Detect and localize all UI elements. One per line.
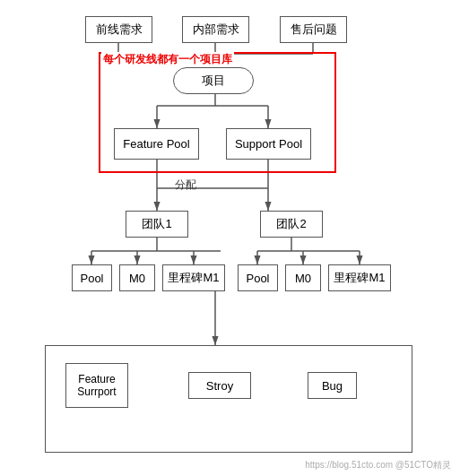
watermark: https://blog.51cto.com @51CTO精灵	[305, 459, 451, 472]
box-team2-milestone: 里程碑M1	[328, 264, 391, 291]
box-team1-milestone: 里程碑M1	[162, 264, 225, 291]
box-team1-pool: Pool	[72, 264, 112, 291]
box-stroy: Stroy	[188, 372, 251, 399]
box-front-demand: 前线需求	[85, 16, 152, 43]
box-team1-m0: M0	[119, 264, 155, 291]
box-feature-support: Feature Surrport	[65, 363, 128, 408]
box-feature-pool: Feature Pool	[114, 128, 199, 160]
box-team2: 团队2	[260, 211, 323, 238]
box-internal-demand: 内部需求	[182, 16, 249, 43]
box-team2-pool: Pool	[238, 264, 278, 291]
box-team2-m0: M0	[285, 264, 321, 291]
box-aftersale: 售后问题	[280, 16, 347, 43]
diagram: 前线需求 内部需求 售后问题 每个研发线都有一个项目库 项目 Feature P…	[0, 0, 460, 476]
box-bug: Bug	[308, 372, 357, 399]
box-project: 项目	[173, 67, 254, 94]
box-support-pool: Support Pool	[226, 128, 311, 160]
red-label: 每个研发线都有一个项目库	[101, 52, 234, 67]
distribute-label: 分配	[175, 177, 196, 193]
box-team1: 团队1	[126, 211, 188, 238]
